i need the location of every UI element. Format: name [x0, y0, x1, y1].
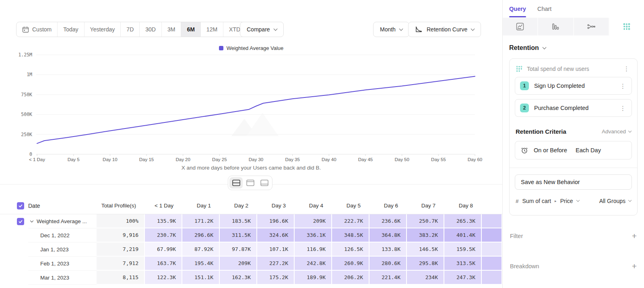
retention-value-cell[interactable]: 122.3K	[145, 271, 182, 285]
retention-value-cell[interactable]: 87.92K	[182, 242, 220, 257]
save-as-new-behavior-button[interactable]: Save as New Behavior	[515, 174, 632, 190]
retention-value-cell[interactable]: 236.6K	[369, 214, 407, 228]
column-header-day-2[interactable]: Day 2	[220, 197, 257, 214]
add-breakdown-icon[interactable]: +	[632, 262, 637, 270]
retention-value-cell[interactable]: 280.6K	[369, 257, 407, 271]
column-header-date[interactable]: Date	[28, 197, 97, 214]
expand-chevron-icon[interactable]	[30, 219, 33, 222]
column-header-day-6[interactable]: Day 6	[369, 197, 407, 214]
column-header-day-1[interactable]: Day 1	[182, 197, 220, 214]
retention-value-cell[interactable]: 234K	[407, 271, 444, 285]
table-row[interactable]: Mar 1, 20238,115122.3K151.1K162.3K175.2K…	[0, 271, 502, 285]
retention-value-cell[interactable]: 348.5K	[332, 228, 369, 242]
table-view-button[interactable]	[258, 177, 271, 189]
flows-report-button[interactable]	[574, 18, 609, 35]
retention-value-cell[interactable]: 242.8K	[295, 257, 332, 271]
step-sign-up-completed[interactable]: 1 Sign Up Completed ⋮	[515, 77, 632, 95]
total-profiles-cell[interactable]: 8,115	[97, 271, 145, 285]
tab-chart[interactable]: Chart	[537, 0, 551, 18]
table-row[interactable]: Jan 1, 20237,21967.99K87.92K97.87K107.1K…	[0, 242, 502, 257]
retention-value-cell[interactable]: 250.7K	[407, 214, 444, 228]
column-header-day-8[interactable]: Day 8	[444, 197, 482, 214]
column-header-day-3[interactable]: Day 3	[257, 197, 295, 214]
retention-value-cell[interactable]: 189.9K	[295, 271, 332, 285]
retention-value-cell[interactable]: 209K	[220, 257, 257, 271]
row-date-cell[interactable]: Dec 1, 2022	[28, 228, 97, 242]
retention-value-cell[interactable]: 196.6K	[257, 214, 295, 228]
range-3m[interactable]: 3M	[162, 22, 181, 37]
retention-value-cell[interactable]: 222.7K	[332, 214, 369, 228]
retention-value-cell[interactable]: 162.3K	[220, 271, 257, 285]
funnels-report-button[interactable]	[538, 18, 574, 35]
table-row[interactable]: Weighted Average ...100%135.9K171.2K183.…	[0, 214, 502, 228]
column-header-day-4[interactable]: Day 4	[295, 197, 332, 214]
range-6m[interactable]: 6M	[181, 22, 200, 37]
compare-button[interactable]: Compare	[240, 22, 284, 37]
range-12m[interactable]: 12M	[201, 22, 223, 37]
groups-dropdown[interactable]: All Groups	[599, 198, 631, 204]
criteria-mode-dropdown[interactable]: Advanced	[602, 128, 631, 135]
retention-value-cell[interactable]: 221.4K	[369, 271, 407, 285]
row-date-cell[interactable]: Feb 1, 2023	[28, 257, 97, 271]
retention-value-cell[interactable]: 260.9K	[332, 257, 369, 271]
retention-value-cell[interactable]: 265.3K	[444, 214, 482, 228]
column-header-day-5[interactable]: Day 5	[332, 197, 369, 214]
row-checkbox[interactable]	[17, 218, 24, 225]
report-type-dropdown[interactable]: Retention	[509, 44, 638, 52]
total-profiles-cell[interactable]: 7,219	[97, 242, 145, 257]
chart-style-dropdown[interactable]: Retention Curve	[408, 22, 481, 37]
measure-property[interactable]: Sum of cart	[522, 198, 551, 204]
column-header--1-day[interactable]: < 1 Day	[145, 197, 182, 214]
row-date-cell[interactable]: Mar 1, 2023	[28, 271, 97, 285]
table-row[interactable]: Dec 1, 20229,916230.7K296.6K311.5K324.6K…	[0, 228, 502, 242]
returning-condition[interactable]: On or Before	[534, 147, 567, 153]
retention-value-cell[interactable]: 296.6K	[182, 228, 220, 242]
retention-value-cell[interactable]: 171.2K	[182, 214, 220, 228]
retention-value-cell-partial[interactable]	[482, 214, 502, 228]
retention-value-cell[interactable]: 324.6K	[257, 228, 295, 242]
retention-value-cell[interactable]: 195.4K	[182, 257, 220, 271]
tab-query[interactable]: Query	[509, 0, 526, 18]
range-today[interactable]: Today	[58, 22, 84, 37]
chart-legend[interactable]: Weighted Average Value	[0, 45, 502, 51]
range-30d[interactable]: 30D	[140, 22, 162, 37]
total-profiles-cell[interactable]: 7,912	[97, 257, 145, 271]
retention-value-cell[interactable]: 183.5K	[220, 214, 257, 228]
step-menu-icon[interactable]: ⋮	[618, 104, 627, 112]
add-filter-icon[interactable]: +	[632, 232, 637, 240]
retention-value-cell[interactable]: 230.7K	[145, 228, 182, 242]
retention-value-cell[interactable]: 133.8K	[369, 242, 407, 257]
retention-value-cell[interactable]: 227.2K	[257, 257, 295, 271]
retention-value-cell[interactable]: 151.1K	[182, 271, 220, 285]
retention-value-cell[interactable]: 383.2K	[407, 228, 444, 242]
retention-value-cell-partial[interactable]	[482, 228, 502, 242]
retention-value-cell[interactable]: 209K	[295, 214, 332, 228]
retention-value-cell[interactable]: 247.3K	[444, 271, 482, 285]
retention-value-cell[interactable]: 97.87K	[220, 242, 257, 257]
retention-value-cell[interactable]: 146.5K	[407, 242, 444, 257]
step-purchase-completed[interactable]: 2 Purchase Completed ⋮	[515, 99, 632, 117]
row-date-cell[interactable]: Jan 1, 2023	[28, 242, 97, 257]
row-date-cell[interactable]: Weighted Average ...	[28, 214, 97, 228]
retention-value-cell[interactable]: 126.5K	[332, 242, 369, 257]
retention-value-cell[interactable]: 295.8K	[407, 257, 444, 271]
retention-value-cell[interactable]: 159.5K	[444, 242, 482, 257]
total-profiles-cell[interactable]: 9,916	[97, 228, 145, 242]
behavior-menu-icon[interactable]: ⋮	[622, 65, 631, 73]
measure-subproperty[interactable]: Price	[560, 198, 573, 204]
retention-value-cell[interactable]: 206.2K	[332, 271, 369, 285]
insights-report-button[interactable]	[503, 18, 538, 35]
returning-criteria-row[interactable]: On or Before Each Day	[515, 141, 632, 160]
returning-frequency[interactable]: Each Day	[576, 147, 601, 153]
column-header-day-7[interactable]: Day 7	[407, 197, 444, 214]
retention-report-button[interactable]	[609, 18, 644, 35]
retention-value-cell[interactable]: 116.9K	[295, 242, 332, 257]
table-row[interactable]: Feb 1, 20237,912163.7K195.4K209K227.2K24…	[0, 257, 502, 271]
total-profiles-cell[interactable]: 100%	[97, 214, 145, 228]
retention-value-cell-partial[interactable]	[482, 271, 502, 285]
retention-value-cell[interactable]: 135.9K	[145, 214, 182, 228]
retention-value-cell[interactable]: 313.5K	[444, 257, 482, 271]
column-header-total-profile-s-[interactable]: Total Profile(s)	[97, 197, 145, 214]
retention-value-cell-partial[interactable]	[482, 257, 502, 271]
chart-view-button[interactable]	[244, 177, 257, 189]
